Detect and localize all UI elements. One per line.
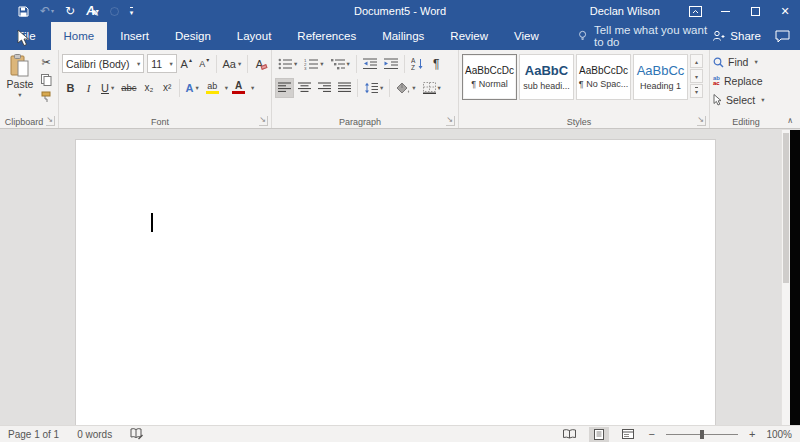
replace-button[interactable]: abac Replace [713, 73, 779, 89]
borders-button[interactable]: ▾ [420, 78, 444, 98]
cut-button[interactable]: ✂ [37, 55, 55, 70]
find-button[interactable]: Find ▾ [713, 54, 779, 70]
bold-button[interactable]: B [62, 78, 79, 98]
underline-button[interactable]: U▾ [98, 78, 117, 98]
styles-gallery-more[interactable]: ▾ [690, 84, 703, 98]
shrink-font-button[interactable]: A▾ [196, 54, 213, 74]
tab-references[interactable]: References [284, 22, 369, 50]
document-area[interactable] [0, 130, 800, 425]
justify-button[interactable] [335, 78, 354, 98]
vertical-scrollbar[interactable] [781, 130, 790, 425]
font-color-button[interactable]: A [229, 78, 248, 98]
tab-review[interactable]: Review [437, 22, 501, 50]
tell-me-label: Tell me what you want to do [594, 24, 712, 48]
align-left-button[interactable] [275, 78, 294, 98]
sort-button[interactable]: AZ [408, 54, 427, 74]
font-name-combo[interactable]: Calibri (Body) ▾ [62, 54, 144, 73]
shading-button[interactable]: ▾ [393, 78, 418, 98]
group-styles: AaBbCcDc ¶ Normal AaBbC sub headi... AaB… [459, 50, 710, 128]
styles-dialog-launcher[interactable]: ↘ [697, 116, 706, 126]
scrollbar-thumb[interactable] [783, 133, 789, 283]
numbering-button[interactable]: 123 ▾ [301, 54, 326, 74]
style-tool-icon[interactable]: A✎ ▾ [86, 5, 99, 17]
highlight-button[interactable]: ab [203, 78, 222, 98]
find-label: Find [728, 56, 748, 68]
user-name[interactable]: Declan Wilson [590, 5, 660, 17]
bullets-button[interactable]: ▾ [275, 54, 300, 74]
zoom-thumb[interactable] [700, 430, 704, 439]
line-spacing-icon [364, 82, 378, 94]
ribbon: Paste ▾ ✂ Clipboard ↘ Calibri (Body) [0, 50, 800, 129]
style-normal[interactable]: AaBbCcDc ¶ Normal [462, 54, 517, 100]
proofing-icon[interactable] [130, 428, 143, 440]
italic-button[interactable]: I [80, 78, 97, 98]
customize-qat-icon[interactable]: ▾ [130, 7, 134, 16]
close-button[interactable]: ✕ [770, 0, 800, 22]
zoom-out-button[interactable]: − [647, 428, 657, 440]
ribbon-display-options-icon[interactable] [680, 0, 710, 22]
tab-design[interactable]: Design [162, 22, 224, 50]
save-icon[interactable] [18, 6, 29, 17]
page-indicator[interactable]: Page 1 of 1 [8, 429, 59, 440]
style-heading-1[interactable]: AaBbCc Heading 1 [633, 54, 688, 100]
undo-icon[interactable]: ↶▾ [40, 5, 54, 17]
clear-formatting-button[interactable]: A [251, 54, 268, 74]
comments-icon[interactable] [775, 30, 790, 42]
style-subheading[interactable]: AaBbC sub headi... [519, 54, 574, 100]
styles-scroll-down[interactable]: ▾ [690, 69, 703, 83]
line-spacing-button[interactable]: ▾ [361, 78, 386, 98]
redo-icon[interactable]: ↻ [65, 5, 75, 17]
quick-access-toolbar: ↶▾ ↻ A✎ ▾ ▾ [0, 0, 133, 22]
paragraph-dialog-launcher[interactable]: ↘ [446, 116, 455, 126]
ribbon-tab-row: File Home Insert Design Layout Reference… [0, 22, 800, 50]
share-button[interactable]: Share [712, 30, 761, 42]
zoom-slider[interactable] [666, 429, 738, 440]
tab-home[interactable]: Home [51, 22, 108, 50]
tabrow-right: Share [712, 22, 800, 50]
collapse-ribbon-button[interactable]: ∧ [787, 116, 793, 125]
tab-insert[interactable]: Insert [107, 22, 162, 50]
word-window: ↶▾ ↻ A✎ ▾ ▾ Document5 - Word Declan Wils… [0, 0, 800, 442]
maximize-button[interactable] [740, 0, 770, 22]
zoom-in-button[interactable]: + [747, 428, 757, 440]
change-case-button[interactable]: Aa▾ [220, 54, 244, 74]
tab-view[interactable]: View [501, 22, 552, 50]
tell-me-box[interactable]: Tell me what you want to do [578, 22, 713, 50]
select-button[interactable]: Select ▾ [713, 92, 779, 108]
increase-indent-button[interactable] [381, 54, 401, 74]
align-center-button[interactable] [295, 78, 314, 98]
superscript-button[interactable]: x² [159, 78, 176, 98]
print-layout-button[interactable] [589, 427, 609, 442]
font-size-combo[interactable]: 11 ▾ [147, 54, 176, 73]
read-mode-button[interactable] [560, 427, 580, 442]
document-page[interactable] [75, 139, 716, 425]
web-layout-button[interactable] [618, 427, 638, 442]
styles-scroll-up[interactable]: ▴ [690, 54, 703, 68]
touch-mode-icon [110, 7, 119, 16]
word-count[interactable]: 0 words [77, 429, 112, 440]
strikethrough-button[interactable]: abc [118, 78, 139, 98]
grow-font-button[interactable]: A▴ [178, 54, 195, 74]
format-painter-button[interactable] [37, 89, 55, 104]
mouse-cursor [17, 29, 30, 47]
tab-mailings[interactable]: Mailings [369, 22, 437, 50]
copy-button[interactable] [37, 72, 55, 87]
decrease-indent-button[interactable] [360, 54, 380, 74]
show-hide-pilcrow-button[interactable]: ¶ [428, 54, 445, 74]
clipboard-dialog-launcher[interactable]: ↘ [46, 116, 55, 126]
select-pointer-icon [713, 94, 722, 106]
minimize-button[interactable] [710, 0, 740, 22]
increase-indent-icon [384, 58, 398, 70]
paste-button[interactable]: Paste ▾ [3, 53, 37, 113]
highlight-color-bar [206, 91, 219, 94]
find-icon [713, 57, 724, 68]
style-no-spacing[interactable]: AaBbCcDc ¶ No Spac... [576, 54, 631, 100]
text-effects-button[interactable]: A▾ [183, 78, 202, 98]
font-dialog-launcher[interactable]: ↘ [259, 116, 268, 126]
align-right-button[interactable] [315, 78, 334, 98]
share-person-icon [712, 30, 725, 42]
subscript-button[interactable]: x₂ [141, 78, 158, 98]
zoom-level[interactable]: 100% [766, 429, 792, 440]
tab-layout[interactable]: Layout [224, 22, 285, 50]
multilevel-list-button[interactable]: ▾ [328, 54, 353, 74]
